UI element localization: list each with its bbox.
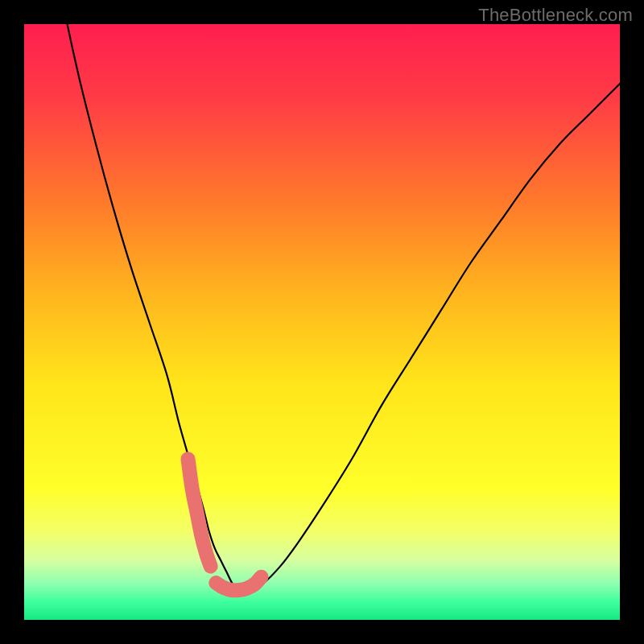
watermark-label: TheBottleneck.com [478, 5, 633, 26]
plot-area [24, 24, 620, 620]
highlight-segment-bottom [216, 577, 261, 591]
chart-stage: TheBottleneck.com [0, 0, 644, 644]
curve-layer [24, 24, 620, 620]
highlight-segment-left [188, 459, 211, 566]
bottleneck-curve [24, 24, 620, 591]
